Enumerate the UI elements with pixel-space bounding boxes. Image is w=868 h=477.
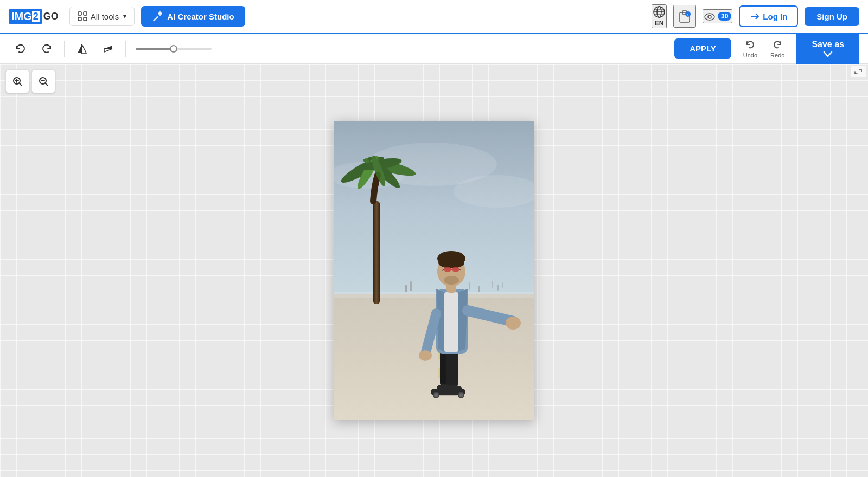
svg-point-68 (506, 317, 521, 330)
rotate-left-button[interactable] (9, 37, 33, 61)
expand-toggle-button[interactable] (851, 66, 866, 77)
svg-point-70 (419, 350, 432, 361)
logo-image: IMG 2 (9, 9, 42, 24)
clipboard-icon: ! (678, 9, 692, 23)
brightness-slider[interactable] (131, 48, 216, 50)
svg-point-19 (705, 14, 714, 20)
notifications-button[interactable]: 30 (703, 9, 732, 23)
svg-line-33 (45, 83, 48, 86)
zoom-controls (5, 69, 55, 93)
notification-count: 30 (718, 12, 731, 21)
apply-button[interactable]: APPLY (674, 38, 731, 59)
ai-creator-icon (152, 11, 163, 22)
undo-label: Undo (743, 52, 757, 59)
ai-creator-label: AI Creator Studio (167, 12, 234, 21)
svg-rect-83 (497, 285, 499, 291)
zoom-out-button[interactable] (31, 69, 55, 93)
rotate-right-icon (41, 43, 53, 55)
logo[interactable]: IMG 2 GO (9, 9, 59, 24)
svg-rect-4 (153, 16, 159, 22)
flip-vertical-button[interactable] (96, 37, 120, 61)
svg-point-74 (438, 257, 464, 268)
svg-rect-76 (452, 267, 459, 272)
chevron-down-icon (823, 50, 833, 58)
flip-h-icon (76, 43, 88, 55)
svg-point-80 (444, 276, 459, 285)
svg-rect-2 (78, 17, 81, 21)
flip-horizontal-button[interactable] (70, 37, 94, 61)
ai-creator-button[interactable]: AI Creator Studio (141, 6, 245, 27)
svg-marker-27 (104, 49, 112, 52)
apply-label: APPLY (690, 44, 716, 53)
slider-thumb (170, 45, 177, 53)
redo-button[interactable]: Redo (765, 37, 790, 61)
svg-rect-43 (492, 281, 493, 288)
lang-label: EN (655, 20, 664, 27)
svg-marker-22 (78, 44, 82, 53)
canvas-image (334, 121, 534, 420)
signup-button[interactable]: Sign Up (805, 7, 859, 26)
svg-rect-42 (469, 282, 470, 290)
globe-icon (653, 5, 666, 18)
svg-rect-1 (84, 12, 87, 15)
svg-text:!: ! (687, 13, 688, 17)
svg-rect-45 (373, 201, 380, 304)
undo-redo-group: Undo Redo (738, 37, 790, 61)
save-as-button[interactable]: Save as (796, 34, 859, 64)
svg-rect-0 (78, 12, 81, 15)
all-tools-button[interactable]: All tools ▾ (69, 7, 135, 26)
chevron-down-icon: ▾ (123, 12, 126, 20)
canvas-area (0, 64, 868, 477)
svg-point-57 (434, 393, 438, 397)
undo-icon (744, 39, 756, 51)
svg-rect-60 (446, 349, 458, 386)
svg-point-62 (447, 385, 462, 392)
eye-icon (704, 10, 716, 22)
rotate-right-button[interactable] (35, 37, 59, 61)
svg-rect-40 (334, 292, 534, 298)
login-button[interactable]: Log In (739, 5, 798, 27)
svg-rect-64 (444, 292, 458, 352)
login-icon (750, 11, 760, 21)
zoom-out-icon (38, 76, 49, 87)
redo-label: Redo (770, 52, 784, 59)
expand-icon (854, 68, 863, 75)
svg-rect-41 (410, 281, 412, 291)
rotate-left-icon (15, 43, 27, 55)
svg-line-29 (19, 83, 22, 86)
save-as-label: Save as (812, 40, 844, 49)
login-label: Log In (763, 12, 787, 21)
grid-icon (78, 11, 87, 21)
toolbar: APPLY Undo Redo Save as (0, 34, 868, 64)
svg-rect-44 (502, 282, 503, 288)
top-navigation: IMG 2 GO All tools ▾ AI Creator Studio (0, 0, 868, 34)
svg-rect-75 (444, 267, 451, 272)
all-tools-label: All tools (91, 12, 119, 21)
svg-rect-3 (84, 17, 87, 21)
flip-v-icon (102, 43, 114, 55)
svg-marker-25 (104, 46, 112, 49)
logo-go: GO (43, 11, 59, 22)
slider-track (136, 48, 212, 50)
redo-icon (771, 39, 783, 51)
svg-rect-82 (478, 286, 480, 292)
language-button[interactable]: EN (652, 4, 667, 28)
svg-marker-23 (82, 44, 86, 53)
svg-point-58 (459, 393, 463, 397)
svg-point-20 (708, 15, 711, 18)
slider-fill (136, 48, 174, 50)
zoom-in-icon (12, 76, 23, 87)
signup-label: Sign Up (816, 12, 847, 21)
undo-button[interactable]: Undo (738, 37, 763, 61)
svg-rect-81 (405, 285, 407, 292)
photo-scene (334, 121, 534, 420)
zoom-in-button[interactable] (5, 69, 29, 93)
clipboard-button[interactable]: ! (673, 5, 696, 28)
